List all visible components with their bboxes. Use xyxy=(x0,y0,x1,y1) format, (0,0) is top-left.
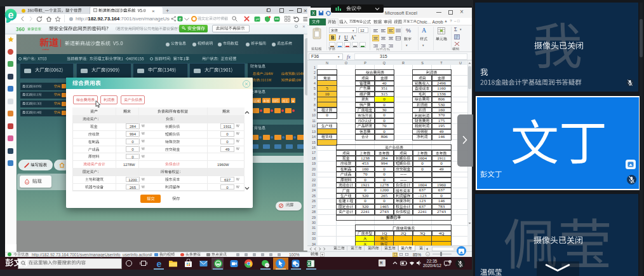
svg-text:e: e xyxy=(179,16,182,22)
svg-text:e: e xyxy=(156,259,161,268)
svg-text:e: e xyxy=(8,10,14,20)
svg-text:X: X xyxy=(312,10,315,16)
